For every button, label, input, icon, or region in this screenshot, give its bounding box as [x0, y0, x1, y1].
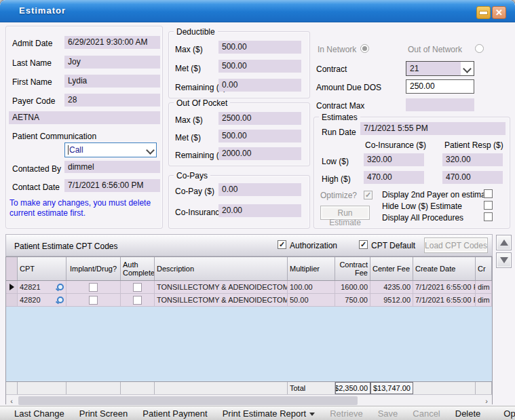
low-patient-resp-field: 320.00	[442, 153, 503, 166]
contract-fee-cell[interactable]: 750.00	[335, 294, 370, 306]
auth-complete-checkbox[interactable]	[133, 283, 142, 292]
description-cell[interactable]: TONSILLECTOMY & ADENOIDECTOM	[155, 294, 288, 306]
open-recent-button[interactable]: Open Recent	[496, 408, 515, 419]
in-network-label: In Network	[318, 45, 356, 54]
header-description[interactable]: Description	[155, 257, 288, 280]
optimize-checkbox[interactable]	[364, 191, 373, 199]
high-label: High ($)	[322, 174, 351, 184]
scroll-left-icon[interactable]: ‹	[6, 397, 17, 405]
horizontal-scrollbar[interactable]: ‹ ›	[6, 394, 492, 406]
patient-payment-button[interactable]: Patient Payment	[135, 408, 214, 419]
patient-resp-column-header: Patient Resp ($)	[444, 140, 503, 150]
delete-estimate-note: To make any changes, you must delete cur…	[9, 198, 157, 218]
grid-empty-area	[6, 307, 492, 382]
close-icon: ✕	[495, 7, 503, 18]
patient-communication-select[interactable]: Call	[64, 142, 157, 157]
cpt-cell[interactable]: 42820	[18, 294, 66, 306]
header-create-date[interactable]: Create Date	[413, 257, 476, 280]
save-button[interactable]: Save	[370, 408, 406, 419]
last-name-field[interactable]: Joy	[64, 56, 160, 69]
header-contract-fee[interactable]: ContractFee	[335, 257, 370, 280]
header-center-fee[interactable]: Center Fee	[370, 257, 413, 280]
deductible-met-label: Met ($)	[175, 64, 201, 73]
header-multiplier[interactable]: Multiplier	[288, 257, 335, 280]
create-date-cell[interactable]: 7/1/2021 6:55:00 P	[413, 294, 476, 306]
display-2nd-payer-checkbox[interactable]	[484, 189, 493, 198]
create-date-cell[interactable]: 7/1/2021 6:55:00 P	[413, 281, 476, 293]
display-all-procedures-checkbox[interactable]	[484, 212, 493, 221]
load-cpt-codes-button[interactable]: Load CPT Codes	[424, 237, 488, 253]
hide-low-estimate-checkbox[interactable]	[484, 201, 493, 210]
scrollbar-thumb[interactable]	[18, 396, 358, 405]
authorization-label: Authorization	[290, 241, 337, 250]
implant-drug-checkbox[interactable]	[89, 283, 98, 292]
description-cell[interactable]: TONSILLECTOMY & ADENOIDECTOM	[155, 281, 288, 293]
estimates-title: Estimates	[319, 113, 360, 122]
high-patient-resp-field: 470.00	[442, 171, 503, 184]
in-network-radio[interactable]	[360, 44, 369, 53]
contract-select[interactable]: 21	[406, 61, 474, 76]
contract-max-label: Contract Max	[316, 101, 364, 111]
print-screen-button[interactable]: Print Screen	[72, 408, 136, 419]
cpt-section-title: Patient Estimate CPT Codes	[14, 242, 118, 251]
title-bar[interactable]: Estimator ✕	[0, 0, 515, 22]
out-of-network-radio[interactable]	[475, 44, 484, 53]
total-contract-fee: $2,350.00	[335, 382, 370, 394]
close-button[interactable]: ✕	[492, 6, 506, 19]
cancel-button[interactable]: Cancel	[405, 408, 447, 419]
oop-max-field: 2500.00	[218, 112, 301, 125]
copay-label: Co-Pay ($)	[175, 187, 214, 196]
header-implant-drug[interactable]: Implant/Drug?	[66, 257, 121, 280]
auth-complete-checkbox[interactable]	[133, 296, 142, 305]
cpt-default-label: CPT Default	[371, 241, 415, 250]
header-cpt[interactable]: CPT	[18, 257, 66, 280]
last-change-button[interactable]: Last Change	[7, 408, 72, 419]
cpt-default-checkbox[interactable]	[359, 240, 368, 249]
first-name-field[interactable]: Lydia	[64, 75, 160, 88]
authorization-checkbox[interactable]	[278, 240, 286, 249]
contacted-by-field[interactable]: dimmel	[64, 161, 160, 173]
contract-fee-cell[interactable]: 1600.00	[335, 281, 370, 293]
out-of-network-label: Out of Network	[408, 45, 462, 54]
cpt-cell[interactable]: 42821	[18, 281, 66, 293]
copays-title: Co-Pays	[174, 171, 210, 180]
row-selector-cell[interactable]	[6, 281, 18, 293]
retrieve-button[interactable]: Retrieve	[322, 408, 370, 419]
contract-label: Contract	[316, 64, 347, 74]
optimize-label: Optimize?	[320, 191, 357, 200]
amount-due-dos-input[interactable]: 250.00	[406, 79, 474, 94]
center-fee-cell[interactable]: 9512.00	[370, 294, 413, 306]
low-coinsurance-field: 320.00	[364, 153, 424, 166]
center-fee-cell[interactable]: 4235.00	[370, 281, 413, 293]
payer-code-field[interactable]: 28	[64, 94, 160, 107]
implant-drug-cell[interactable]	[66, 294, 121, 306]
scroll-right-icon[interactable]: ›	[481, 397, 492, 405]
patient-communication-value: Call	[68, 145, 83, 155]
table-row[interactable]: 42821 TONSILLECTOMY & ADENOIDECTOM 100.0…	[6, 281, 492, 294]
header-auth-complete[interactable]: AuthComplete	[121, 257, 155, 280]
created-by-cell[interactable]: dim	[476, 294, 492, 306]
row-selector-cell[interactable]	[6, 294, 18, 306]
print-estimate-report-button[interactable]: Print Estimate Report	[215, 408, 323, 419]
lookup-magnifier-icon[interactable]	[57, 297, 64, 303]
deductible-met-field: 500.00	[218, 60, 301, 73]
row-down-button[interactable]	[496, 252, 512, 268]
row-up-button[interactable]	[496, 235, 512, 250]
admit-date-field[interactable]: 6/29/2021 9:30:00 AM	[64, 36, 160, 49]
delete-button[interactable]: Delete	[448, 408, 489, 419]
multiplier-cell[interactable]: 50.00	[288, 294, 335, 306]
lookup-magnifier-icon[interactable]	[57, 284, 64, 290]
implant-drug-checkbox[interactable]	[89, 296, 98, 305]
contact-date-field[interactable]: 7/1/2021 6:56:00 PM	[64, 179, 160, 192]
minimize-button[interactable]	[476, 6, 491, 19]
created-by-cell[interactable]: dim	[476, 281, 492, 293]
implant-drug-cell[interactable]	[66, 281, 121, 293]
table-row[interactable]: 42820 TONSILLECTOMY & ADENOIDECTOM 50.00…	[6, 294, 492, 307]
run-estimate-button[interactable]: Run Estimate	[320, 206, 370, 220]
header-created-by[interactable]: Cr	[476, 257, 492, 280]
auth-complete-cell[interactable]	[121, 294, 155, 306]
deductible-max-field: 500.00	[218, 41, 301, 54]
multiplier-cell[interactable]: 100.00	[288, 281, 335, 293]
auth-complete-cell[interactable]	[121, 281, 155, 293]
dropdown-arrow-icon	[309, 413, 315, 416]
